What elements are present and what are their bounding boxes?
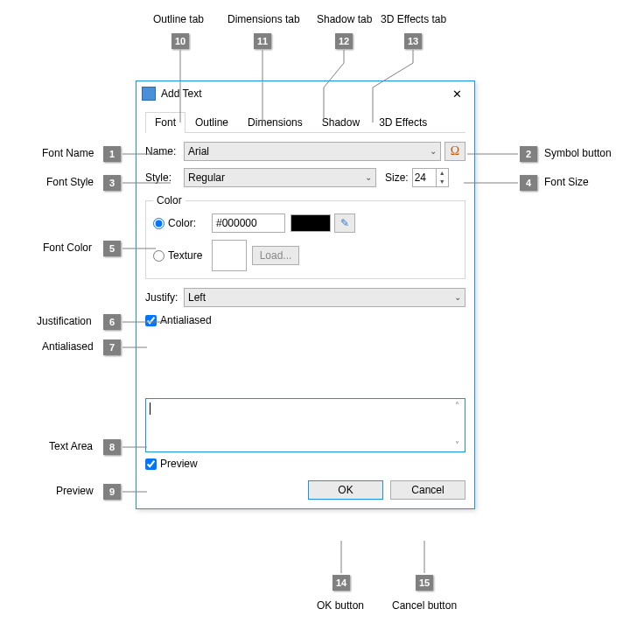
font-style-combo[interactable]: Regular ⌄ (184, 168, 376, 187)
callout-num-5: 5 (103, 241, 121, 256)
texture-radio-row: Texture Load... (153, 240, 458, 271)
color-swatch[interactable] (290, 214, 331, 232)
style-row: Style: Regular ⌄ Size: 24 ▲▼ (145, 168, 466, 187)
callout-num-8: 8 (103, 439, 121, 455)
chevron-down-icon: ⌄ (454, 292, 461, 302)
preview-row: Preview (145, 458, 466, 470)
tab-dimensions[interactable]: Dimensions (238, 112, 312, 133)
callout-justification: Justification (37, 315, 92, 327)
callout-cancel-button: Cancel button (392, 599, 457, 612)
button-row: OK Cancel (145, 480, 466, 500)
symbol-button[interactable]: Ω (444, 142, 466, 161)
callout-num-4: 4 (520, 175, 537, 191)
font-size-input[interactable]: 24 ▲▼ (412, 168, 449, 187)
eyedropper-button[interactable]: ✎ (334, 214, 355, 233)
texture-preview (212, 240, 247, 271)
callout-outline-tab: Outline tab (153, 13, 204, 25)
preview-checkbox[interactable] (145, 458, 157, 470)
color-radio-label: Color: (168, 217, 212, 229)
color-group: Color Color: #000000 ✎ Texture Load... (145, 194, 466, 279)
callout-num-10: 10 (172, 33, 189, 49)
color-radio-row: Color: #000000 ✎ (153, 214, 458, 233)
texture-radio-label: Texture (168, 249, 212, 262)
color-radio[interactable] (153, 218, 164, 229)
justify-label: Justify: (145, 291, 184, 304)
callout-num-13: 13 (404, 33, 422, 49)
color-hex-input[interactable]: #000000 (212, 214, 285, 233)
callout-antialiased: Antialiased (42, 340, 94, 353)
callout-num-15: 15 (416, 575, 433, 591)
callout-ok-button: OK button (317, 599, 364, 612)
antialiased-label: Antialiased (160, 314, 212, 326)
callout-symbol-button: Symbol button (544, 147, 612, 159)
callout-font-size: Font Size (544, 176, 589, 188)
text-cursor (150, 402, 150, 415)
callout-font-name: Font Name (42, 147, 94, 159)
load-texture-button[interactable]: Load... (252, 246, 299, 265)
scroll-down-icon: ˅ (451, 440, 463, 450)
callout-num-2: 2 (520, 146, 537, 162)
cancel-button[interactable]: Cancel (390, 480, 466, 500)
callout-shadow-tab: Shadow tab (317, 13, 372, 25)
callout-font-style: Font Style (46, 176, 94, 188)
add-text-dialog: Add Text ✕ Font Outline Dimensions Shado… (136, 80, 475, 509)
close-icon[interactable]: ✕ (444, 88, 469, 101)
justify-value: Left (188, 291, 206, 304)
eyedropper-icon: ✎ (340, 217, 349, 229)
titlebar: Add Text ✕ (136, 81, 474, 106)
callout-num-1: 1 (103, 146, 121, 162)
callout-num-11: 11 (254, 33, 271, 49)
name-row: Name: Arial ⌄ Ω (145, 142, 466, 161)
justify-combo[interactable]: Left ⌄ (184, 288, 466, 307)
justify-row: Justify: Left ⌄ (145, 288, 466, 307)
preview-label: Preview (160, 458, 198, 470)
tabstrip: Font Outline Dimensions Shadow 3D Effect… (145, 111, 466, 133)
tab-outline[interactable]: Outline (186, 112, 238, 133)
callout-preview: Preview (56, 485, 94, 497)
callout-num-3: 3 (103, 175, 121, 191)
callout-num-14: 14 (332, 575, 350, 591)
size-label: Size: (385, 172, 409, 184)
callout-num-9: 9 (103, 484, 121, 500)
tab-shadow[interactable]: Shadow (312, 112, 369, 133)
tab-font[interactable]: Font (145, 112, 186, 133)
color-hex-value: #000000 (216, 217, 257, 229)
texture-radio[interactable] (153, 250, 164, 262)
style-label: Style: (145, 172, 184, 184)
text-input-area[interactable]: ˄ ˅ (145, 398, 466, 452)
name-label: Name: (145, 145, 184, 158)
chevron-down-icon: ⌄ (430, 146, 437, 156)
scroll-up-icon: ˄ (451, 401, 463, 410)
font-name-value: Arial (188, 145, 209, 158)
client-area: Font Outline Dimensions Shadow 3D Effect… (136, 106, 474, 508)
callout-3d-effects-tab: 3D Effects tab (381, 13, 446, 25)
textarea-scrollbar[interactable]: ˄ ˅ (451, 401, 463, 450)
color-group-label: Color (153, 194, 186, 206)
font-style-value: Regular (188, 172, 225, 184)
callout-num-6: 6 (103, 314, 121, 330)
callout-num-12: 12 (335, 33, 353, 49)
ok-button[interactable]: OK (308, 480, 383, 500)
font-name-combo[interactable]: Arial ⌄ (184, 142, 441, 161)
app-icon (142, 87, 156, 101)
window-title: Add Text (161, 88, 444, 100)
font-size-value: 24 (415, 172, 426, 184)
callout-num-7: 7 (103, 340, 121, 355)
tab-3d-effects[interactable]: 3D Effects (369, 112, 437, 133)
callout-font-color: Font Color (43, 242, 92, 254)
omega-icon: Ω (451, 144, 459, 158)
callout-text-area: Text Area (49, 440, 93, 452)
size-spinner[interactable]: ▲▼ (436, 169, 448, 186)
antialiased-row: Antialiased (145, 314, 466, 326)
chevron-down-icon: ⌄ (365, 172, 372, 182)
callout-dimensions-tab: Dimensions tab (228, 13, 300, 25)
antialiased-checkbox[interactable] (145, 315, 157, 326)
